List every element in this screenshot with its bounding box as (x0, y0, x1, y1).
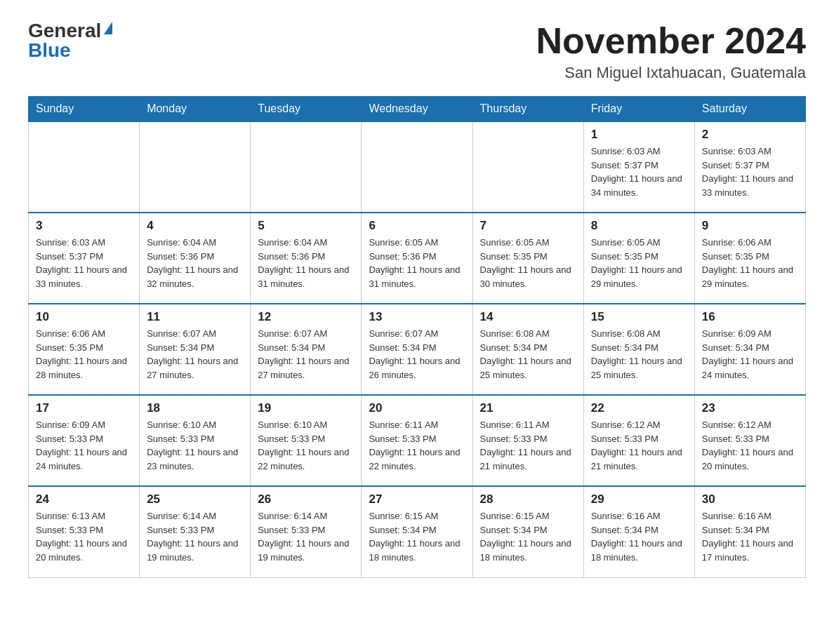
day-number: 1 (591, 128, 687, 142)
month-title: November 2024 (536, 21, 806, 61)
sun-info: Sunrise: 6:03 AMSunset: 5:37 PMDaylight:… (702, 145, 798, 199)
day-number: 17 (36, 401, 132, 415)
day-number: 26 (258, 492, 354, 507)
calendar-week-row: 24Sunrise: 6:13 AMSunset: 5:33 PMDayligh… (29, 486, 806, 577)
day-header-thursday: Thursday (472, 97, 583, 122)
calendar-cell: 6Sunrise: 6:05 AMSunset: 5:36 PMDaylight… (362, 213, 472, 304)
sun-info: Sunrise: 6:16 AMSunset: 5:34 PMDaylight:… (702, 509, 798, 564)
title-area: November 2024 San Miguel Ixtahuacan, Gua… (536, 21, 806, 82)
day-header-tuesday: Tuesday (251, 97, 362, 122)
day-header-wednesday: Wednesday (362, 97, 472, 122)
sun-info: Sunrise: 6:03 AMSunset: 5:37 PMDaylight:… (591, 145, 687, 199)
sun-info: Sunrise: 6:09 AMSunset: 5:34 PMDaylight:… (702, 327, 798, 382)
day-number: 8 (591, 219, 687, 233)
sun-info: Sunrise: 6:03 AMSunset: 5:37 PMDaylight:… (36, 236, 132, 290)
calendar-cell (140, 121, 251, 213)
day-number: 4 (147, 219, 243, 233)
day-number: 21 (480, 401, 576, 415)
calendar-cell: 1Sunrise: 6:03 AMSunset: 5:37 PMDaylight… (583, 121, 694, 213)
calendar-cell: 19Sunrise: 6:10 AMSunset: 5:33 PMDayligh… (251, 395, 362, 486)
calendar-cell: 8Sunrise: 6:05 AMSunset: 5:35 PMDaylight… (583, 213, 694, 304)
sun-info: Sunrise: 6:15 AMSunset: 5:34 PMDaylight:… (480, 509, 576, 564)
calendar-cell: 2Sunrise: 6:03 AMSunset: 5:37 PMDaylight… (694, 121, 805, 213)
calendar-cell: 29Sunrise: 6:16 AMSunset: 5:34 PMDayligh… (583, 486, 694, 577)
day-header-sunday: Sunday (29, 97, 140, 122)
calendar-cell: 9Sunrise: 6:06 AMSunset: 5:35 PMDaylight… (694, 213, 805, 304)
calendar-cell: 23Sunrise: 6:12 AMSunset: 5:33 PMDayligh… (694, 395, 805, 486)
calendar-cell (29, 121, 140, 213)
sun-info: Sunrise: 6:04 AMSunset: 5:36 PMDaylight:… (147, 236, 243, 290)
sun-info: Sunrise: 6:05 AMSunset: 5:35 PMDaylight:… (480, 236, 576, 290)
calendar-cell: 4Sunrise: 6:04 AMSunset: 5:36 PMDaylight… (140, 213, 251, 304)
calendar-cell: 22Sunrise: 6:12 AMSunset: 5:33 PMDayligh… (583, 395, 694, 486)
sun-info: Sunrise: 6:08 AMSunset: 5:34 PMDaylight:… (480, 327, 576, 382)
sun-info: Sunrise: 6:07 AMSunset: 5:34 PMDaylight:… (258, 327, 354, 382)
calendar-table: SundayMondayTuesdayWednesdayThursdayFrid… (28, 96, 806, 578)
day-number: 12 (258, 310, 354, 324)
calendar-cell: 15Sunrise: 6:08 AMSunset: 5:34 PMDayligh… (583, 304, 694, 395)
sun-info: Sunrise: 6:10 AMSunset: 5:33 PMDaylight:… (258, 418, 354, 473)
calendar-cell: 12Sunrise: 6:07 AMSunset: 5:34 PMDayligh… (251, 304, 362, 395)
calendar-week-row: 3Sunrise: 6:03 AMSunset: 5:37 PMDaylight… (29, 213, 806, 304)
sun-info: Sunrise: 6:14 AMSunset: 5:33 PMDaylight:… (258, 509, 354, 564)
calendar-header-row: SundayMondayTuesdayWednesdayThursdayFrid… (29, 97, 806, 122)
calendar-cell: 18Sunrise: 6:10 AMSunset: 5:33 PMDayligh… (140, 395, 251, 486)
sun-info: Sunrise: 6:07 AMSunset: 5:34 PMDaylight:… (147, 327, 243, 382)
header: General Blue November 2024 San Miguel Ix… (28, 21, 806, 82)
calendar-cell: 27Sunrise: 6:15 AMSunset: 5:34 PMDayligh… (362, 486, 472, 577)
calendar-cell (472, 121, 583, 213)
sun-info: Sunrise: 6:13 AMSunset: 5:33 PMDaylight:… (36, 509, 132, 564)
day-number: 20 (369, 401, 465, 415)
calendar-week-row: 1Sunrise: 6:03 AMSunset: 5:37 PMDaylight… (29, 121, 806, 213)
calendar-cell: 5Sunrise: 6:04 AMSunset: 5:36 PMDaylight… (251, 213, 362, 304)
calendar-cell: 30Sunrise: 6:16 AMSunset: 5:34 PMDayligh… (694, 486, 805, 577)
calendar-week-row: 17Sunrise: 6:09 AMSunset: 5:33 PMDayligh… (29, 395, 806, 486)
day-number: 2 (702, 128, 798, 142)
day-number: 22 (591, 401, 687, 415)
day-number: 15 (591, 310, 687, 324)
day-number: 28 (480, 492, 576, 507)
day-number: 19 (258, 401, 354, 415)
calendar-cell: 11Sunrise: 6:07 AMSunset: 5:34 PMDayligh… (140, 304, 251, 395)
day-number: 25 (147, 492, 243, 507)
day-number: 16 (702, 310, 798, 324)
calendar-cell: 21Sunrise: 6:11 AMSunset: 5:33 PMDayligh… (472, 395, 583, 486)
day-number: 23 (702, 401, 798, 415)
sun-info: Sunrise: 6:04 AMSunset: 5:36 PMDaylight:… (258, 236, 354, 290)
sun-info: Sunrise: 6:12 AMSunset: 5:33 PMDaylight:… (591, 418, 687, 473)
day-number: 14 (480, 310, 576, 324)
sun-info: Sunrise: 6:15 AMSunset: 5:34 PMDaylight:… (369, 509, 465, 564)
sun-info: Sunrise: 6:08 AMSunset: 5:34 PMDaylight:… (591, 327, 687, 382)
sun-info: Sunrise: 6:09 AMSunset: 5:33 PMDaylight:… (36, 418, 132, 473)
day-number: 13 (369, 310, 465, 324)
sun-info: Sunrise: 6:10 AMSunset: 5:33 PMDaylight:… (147, 418, 243, 473)
sun-info: Sunrise: 6:07 AMSunset: 5:34 PMDaylight:… (369, 327, 465, 382)
day-number: 29 (591, 492, 687, 507)
calendar-cell: 24Sunrise: 6:13 AMSunset: 5:33 PMDayligh… (29, 486, 140, 577)
calendar-cell: 10Sunrise: 6:06 AMSunset: 5:35 PMDayligh… (29, 304, 140, 395)
calendar-cell: 3Sunrise: 6:03 AMSunset: 5:37 PMDaylight… (29, 213, 140, 304)
calendar-cell (362, 121, 472, 213)
calendar-cell: 25Sunrise: 6:14 AMSunset: 5:33 PMDayligh… (140, 486, 251, 577)
location-title: San Miguel Ixtahuacan, Guatemala (536, 64, 806, 82)
calendar-cell: 20Sunrise: 6:11 AMSunset: 5:33 PMDayligh… (362, 395, 472, 486)
sun-info: Sunrise: 6:14 AMSunset: 5:33 PMDaylight:… (147, 509, 243, 564)
calendar-cell: 26Sunrise: 6:14 AMSunset: 5:33 PMDayligh… (251, 486, 362, 577)
calendar-cell: 16Sunrise: 6:09 AMSunset: 5:34 PMDayligh… (694, 304, 805, 395)
day-number: 3 (36, 219, 132, 233)
calendar-cell: 28Sunrise: 6:15 AMSunset: 5:34 PMDayligh… (472, 486, 583, 577)
logo-blue-text: Blue (28, 41, 71, 60)
sun-info: Sunrise: 6:05 AMSunset: 5:35 PMDaylight:… (591, 236, 687, 290)
logo-general-text: General (28, 21, 101, 41)
calendar-cell: 17Sunrise: 6:09 AMSunset: 5:33 PMDayligh… (29, 395, 140, 486)
day-number: 30 (702, 492, 798, 507)
day-number: 18 (147, 401, 243, 415)
sun-info: Sunrise: 6:05 AMSunset: 5:36 PMDaylight:… (369, 236, 465, 290)
day-number: 9 (702, 219, 798, 233)
day-number: 27 (369, 492, 465, 507)
day-number: 24 (36, 492, 132, 507)
sun-info: Sunrise: 6:06 AMSunset: 5:35 PMDaylight:… (36, 327, 132, 382)
sun-info: Sunrise: 6:16 AMSunset: 5:34 PMDaylight:… (591, 509, 687, 564)
logo-triangle-icon (104, 22, 112, 34)
day-header-saturday: Saturday (694, 97, 805, 122)
